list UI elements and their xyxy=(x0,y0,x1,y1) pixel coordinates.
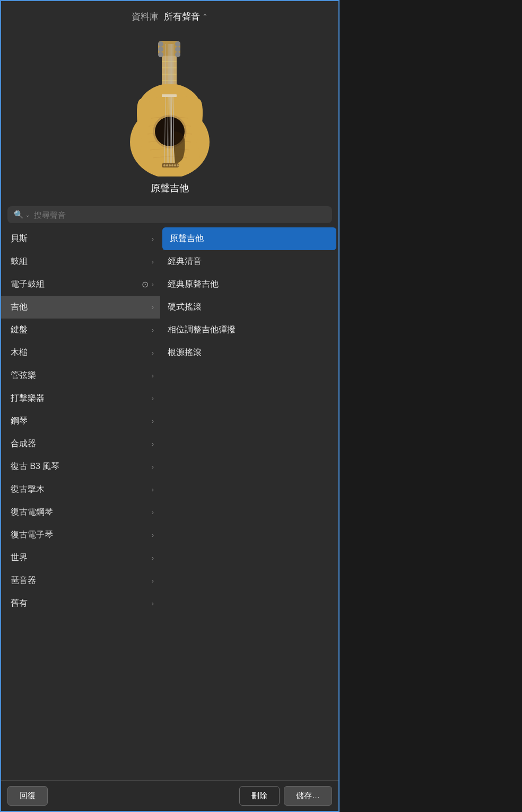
chevron-right-icon: › xyxy=(152,440,154,448)
chevron-right-icon: › xyxy=(152,554,154,562)
subcategory-item[interactable]: 相位調整吉他彈撥 xyxy=(160,319,338,341)
main-panel: 資料庫 所有聲音 ⌃ xyxy=(0,0,340,812)
chevron-right-icon: › xyxy=(152,303,154,311)
category-item[interactable]: 合成器 › xyxy=(1,433,160,455)
search-bar[interactable]: 🔍 ⌄ xyxy=(7,206,332,223)
search-chevron-icon: ⌄ xyxy=(25,212,30,218)
category-label: 世界 xyxy=(11,552,28,563)
download-icon: ⊙ xyxy=(142,279,149,289)
subcategory-item[interactable]: 經典原聲吉他 xyxy=(160,273,338,296)
bottom-bar: 回復 刪除 儲存… xyxy=(1,780,338,811)
category-item[interactable]: 鼓組 › xyxy=(1,250,160,273)
category-item[interactable]: 復古電子琴 › xyxy=(1,524,160,546)
category-item[interactable]: 木槌 › xyxy=(1,341,160,364)
dropdown-label: 所有聲音 xyxy=(164,11,200,23)
svg-point-3 xyxy=(158,47,163,52)
subcategory-item[interactable]: 原聲吉他 xyxy=(162,227,336,250)
category-item[interactable]: 世界 › xyxy=(1,546,160,569)
subcategory-label: 硬式搖滾 xyxy=(168,302,202,313)
category-label: 木槌 xyxy=(11,347,28,358)
category-item[interactable]: 鍵盤 › xyxy=(1,319,160,341)
chevron-right-icon: › xyxy=(152,258,154,266)
category-item[interactable]: 管弦樂 › xyxy=(1,364,160,387)
category-label: 合成器 xyxy=(11,438,36,449)
category-label: 打擊樂器 xyxy=(11,393,45,404)
category-item[interactable]: 復古電鋼琴 › xyxy=(1,501,160,524)
chevron-right-icon: › xyxy=(152,280,154,288)
svg-point-7 xyxy=(175,52,180,57)
revert-button[interactable]: 回復 xyxy=(7,786,48,806)
guitar-image xyxy=(111,39,228,176)
search-input[interactable] xyxy=(34,210,326,219)
instrument-name: 原聲吉他 xyxy=(151,182,189,195)
category-item[interactable]: 復古 B3 風琴 › xyxy=(1,455,160,478)
svg-point-6 xyxy=(175,47,180,52)
library-label: 資料庫 xyxy=(132,11,159,23)
category-item[interactable]: 琶音器 › xyxy=(1,569,160,592)
category-label: 鍵盤 xyxy=(11,324,28,336)
subcategory-label: 經典原聲吉他 xyxy=(168,279,219,290)
chevron-right-icon: › xyxy=(152,508,154,516)
svg-point-32 xyxy=(169,164,171,166)
subcategory-label: 相位調整吉他彈撥 xyxy=(168,324,236,336)
category-item[interactable]: 復古擊木 › xyxy=(1,478,160,501)
search-icon: 🔍 ⌄ xyxy=(14,210,30,219)
chevron-right-icon: › xyxy=(152,463,154,471)
list-container: 貝斯 › 鼓組 › 電子鼓組 ⊙ › 吉他 › 鍵盤 xyxy=(1,227,338,780)
svg-point-4 xyxy=(158,52,163,57)
instrument-display: 原聲吉他 xyxy=(1,28,338,203)
category-label: 復古電子琴 xyxy=(11,529,53,541)
chevron-right-icon: › xyxy=(152,599,154,607)
sound-dropdown[interactable]: 所有聲音 ⌃ xyxy=(164,11,208,23)
category-label: 琶音器 xyxy=(11,575,36,586)
chevron-right-icon: › xyxy=(152,417,154,425)
category-label: 舊有 xyxy=(11,598,28,609)
svg-point-33 xyxy=(171,164,173,166)
category-label: 復古電鋼琴 xyxy=(11,507,53,518)
subcategory-label: 經典清音 xyxy=(168,256,202,267)
svg-point-34 xyxy=(174,164,176,166)
chevron-right-icon: › xyxy=(152,486,154,493)
category-label: 鼓組 xyxy=(11,256,28,267)
chevron-right-icon: › xyxy=(152,394,154,402)
category-item[interactable]: 電子鼓組 ⊙ › xyxy=(1,273,160,296)
delete-button[interactable]: 刪除 xyxy=(239,786,280,806)
dropdown-arrow-icon: ⌃ xyxy=(202,13,208,21)
svg-rect-36 xyxy=(162,94,177,97)
svg-point-35 xyxy=(177,164,179,166)
chevron-right-icon: › xyxy=(152,326,154,334)
category-item[interactable]: 舊有 › xyxy=(1,592,160,615)
category-label: 管弦樂 xyxy=(11,370,36,381)
subcategory-item[interactable]: 硬式搖滾 xyxy=(160,296,338,319)
chevron-right-icon: › xyxy=(152,577,154,585)
svg-point-2 xyxy=(158,41,163,47)
category-item[interactable]: 貝斯 › xyxy=(1,227,160,250)
category-label: 復古擊木 xyxy=(11,484,45,495)
category-label: 吉他 xyxy=(11,302,28,313)
category-item[interactable]: 吉他 › xyxy=(1,296,160,319)
svg-point-31 xyxy=(166,164,168,166)
svg-point-5 xyxy=(175,41,180,47)
chevron-right-icon: › xyxy=(152,235,154,243)
svg-point-30 xyxy=(163,164,166,166)
category-label: 復古 B3 風琴 xyxy=(11,461,59,472)
header: 資料庫 所有聲音 ⌃ xyxy=(1,1,338,28)
subcategory-item[interactable]: 根源搖滾 xyxy=(160,341,338,364)
subcategory-list: 原聲吉他經典清音經典原聲吉他硬式搖滾相位調整吉他彈撥根源搖滾 xyxy=(160,227,338,780)
chevron-right-icon: › xyxy=(152,531,154,539)
subcategory-label: 原聲吉他 xyxy=(170,233,204,244)
category-item[interactable]: 打擊樂器 › xyxy=(1,387,160,410)
category-list: 貝斯 › 鼓組 › 電子鼓組 ⊙ › 吉他 › 鍵盤 xyxy=(1,227,160,780)
category-label: 電子鼓組 xyxy=(11,279,45,290)
category-label: 貝斯 xyxy=(11,233,28,244)
subcategory-item[interactable]: 經典清音 xyxy=(160,250,338,273)
chevron-right-icon: › xyxy=(152,372,154,379)
chevron-right-icon: › xyxy=(152,349,154,357)
category-label: 鋼琴 xyxy=(11,416,28,427)
category-item[interactable]: 鋼琴 › xyxy=(1,410,160,433)
save-button[interactable]: 儲存… xyxy=(284,786,332,806)
subcategory-label: 根源搖滾 xyxy=(168,347,202,358)
